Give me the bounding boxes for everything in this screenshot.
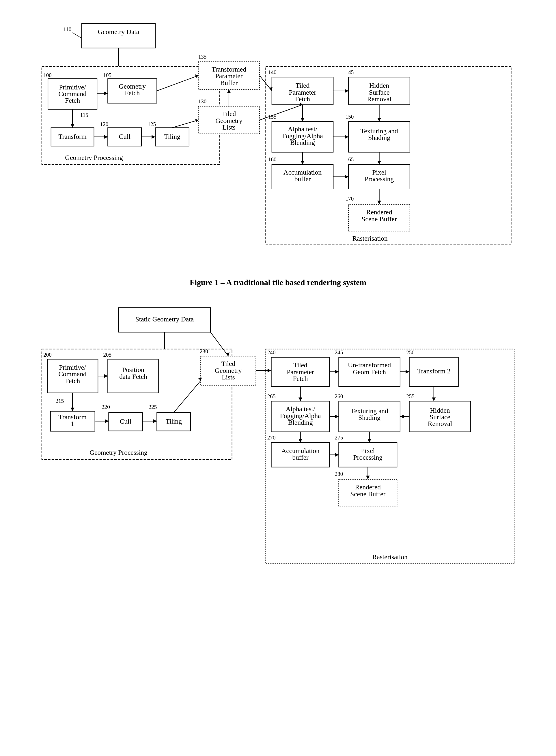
figure2-svg: 210 Static Geometry Data Geometry Proces… — [33, 301, 523, 577]
ab2-label1: Accumulation — [281, 447, 320, 455]
ref-170: 170 — [346, 195, 354, 202]
pp2-label1: Pixel — [361, 447, 375, 455]
ts-label2: Shading — [368, 134, 390, 141]
hsr2-label2: Surface — [429, 413, 450, 421]
ref-200: 200 — [43, 352, 52, 358]
ab2-label2: buffer — [292, 454, 309, 461]
ref-220: 220 — [102, 404, 110, 410]
ref-270: 270 — [267, 435, 276, 441]
rast2-label: Rasterisation — [372, 553, 408, 561]
gp2-label: Geometry Processing — [90, 449, 147, 456]
rasterisation-label: Rasterisation — [352, 235, 388, 242]
rsb-label1: Rendered — [366, 208, 392, 216]
tpf-label3: Fetch — [295, 95, 310, 103]
ref-265: 265 — [267, 393, 276, 399]
ref-125: 125 — [147, 121, 156, 127]
cull-label: Cull — [119, 133, 131, 140]
geometry-data-box — [82, 23, 155, 48]
geo-fetch-label2: Fetch — [125, 89, 140, 97]
at2-label2: Fogging/Alpha — [280, 412, 321, 420]
pp-label1: Pixel — [372, 169, 387, 176]
pcf2-label1: Primitive/ — [59, 364, 86, 371]
geo-fetch-label1: Geometry — [119, 82, 146, 90]
ref-115: 115 — [80, 112, 88, 118]
ref-230: 230 — [200, 348, 208, 354]
hsr-label1: Hidden — [369, 82, 389, 89]
rsb2-label1: Rendered — [355, 483, 381, 491]
ref-120: 120 — [100, 121, 109, 127]
ref-130: 130 — [198, 98, 207, 104]
tiling-label: Tiling — [164, 133, 180, 140]
ref-250: 250 — [406, 350, 415, 356]
figure2-container: 210 Static Geometry Data Geometry Proces… — [33, 301, 523, 579]
ref-110: 110 — [63, 26, 71, 32]
rsb2-label2: Scene Buffer — [350, 490, 385, 498]
hsr-label3: Removal — [367, 95, 391, 103]
t1-label1: Transform — [58, 413, 86, 421]
ts2-label2: Shading — [358, 414, 380, 421]
pp-label2: Processing — [364, 175, 394, 183]
pdf-label2: data Fetch — [119, 373, 147, 380]
tgl-label3: Lists — [222, 123, 235, 131]
ref-245: 245 — [335, 350, 343, 356]
figure1-caption: Figure 1 – A traditional tile based rend… — [190, 278, 366, 287]
tgl2-label2: Geometry — [215, 366, 242, 374]
ref-150: 150 — [346, 114, 354, 120]
ref-255: 255 — [406, 393, 415, 399]
hsr2-label3: Removal — [428, 420, 452, 427]
ref-145: 145 — [346, 69, 354, 75]
rsb-label2: Scene Buffer — [362, 215, 397, 223]
t2-label: Transform 2 — [417, 367, 450, 374]
tpb-label3: Buffer — [220, 79, 238, 86]
tpf2-label2: Parameter — [287, 368, 314, 376]
ugf-label1: Un-transformed — [348, 361, 391, 369]
geometry-processing-label: Geometry Processing — [65, 154, 123, 161]
ref-225: 225 — [149, 404, 157, 410]
at-label1: Alpha test/ — [288, 125, 317, 133]
tpf2-label3: Fetch — [293, 375, 308, 382]
t1-label2: 1 — [71, 420, 74, 427]
prim-cmd-label2: Command — [58, 90, 86, 98]
pdf-label1: Position — [122, 366, 144, 373]
ref-140: 140 — [268, 69, 277, 75]
tiling2-label: Tiling — [166, 418, 182, 425]
ab-label1: Accumulation — [283, 169, 322, 176]
svg-line-0 — [72, 33, 82, 38]
figure1-svg: 110 Geometry Data Geometry Processing 10… — [33, 17, 523, 256]
ts-label1: Texturing and — [360, 127, 398, 135]
at-label3: Blending — [290, 139, 315, 146]
tgl2-label1: Tiled — [221, 360, 236, 367]
at-label2: Fogging/Alpha — [282, 132, 323, 140]
ref-160: 160 — [268, 156, 277, 163]
tpf-label1: Tiled — [296, 82, 310, 89]
at2-label3: Blending — [288, 419, 313, 426]
cull2-label: Cull — [120, 418, 132, 425]
ref-280: 280 — [335, 471, 343, 477]
pcf2-label2: Command — [58, 370, 86, 378]
at2-label1: Alpha test/ — [286, 405, 315, 412]
ref-135: 135 — [198, 54, 207, 60]
tpb-label1: Transformed — [212, 66, 246, 73]
ab-label2: buffer — [294, 175, 311, 183]
ref-100: 100 — [43, 72, 52, 78]
ref-215: 215 — [56, 398, 64, 404]
ref-275: 275 — [335, 435, 343, 441]
ref-260: 260 — [335, 393, 343, 399]
ref-205: 205 — [103, 352, 111, 358]
tgl-label2: Geometry — [215, 117, 242, 124]
pcf2-label3: Fetch — [65, 377, 80, 384]
transform-label: Transform — [58, 133, 86, 140]
figure1-container: 110 Geometry Data Geometry Processing 10… — [33, 17, 523, 258]
ref-105: 105 — [103, 72, 111, 78]
prim-cmd-label1: Primitive/ — [59, 83, 86, 91]
prim-cmd-label3: Fetch — [65, 97, 80, 104]
sgd-label: Static Geometry Data — [135, 315, 194, 323]
ugf-label2: Geom Fetch — [353, 368, 386, 376]
ref-240: 240 — [267, 350, 276, 356]
tgl2-label3: Lists — [222, 373, 235, 381]
ref-165: 165 — [346, 156, 354, 163]
tpf-label2: Parameter — [289, 88, 316, 96]
tgl-label1: Tiled — [222, 110, 236, 117]
geometry-data-label: Geometry Data — [98, 28, 139, 35]
hsr-label2: Surface — [369, 88, 389, 96]
